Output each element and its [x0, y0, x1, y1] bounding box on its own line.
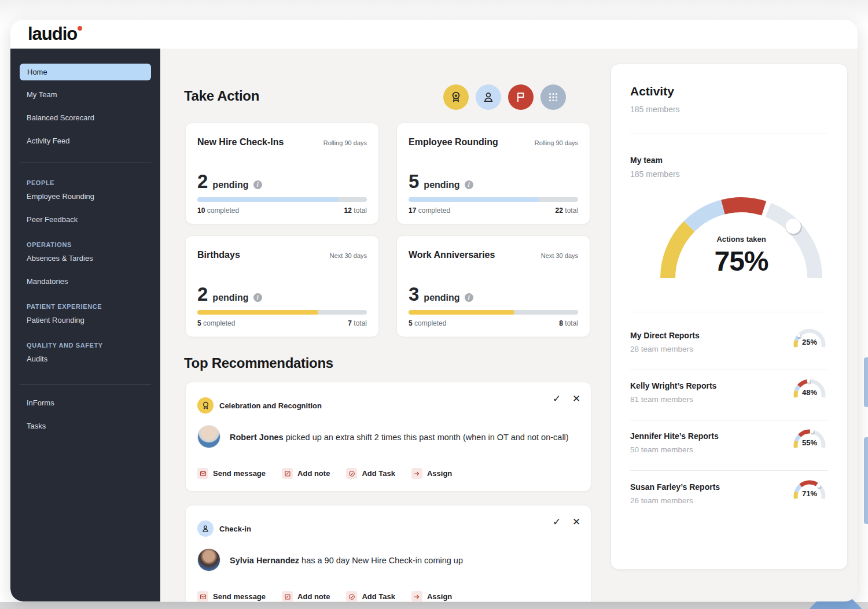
- divider: [630, 312, 828, 312]
- info-icon[interactable]: i: [465, 293, 473, 302]
- award-icon: [201, 401, 211, 411]
- card-employee-rounding[interactable]: Employee Rounding Rolling 90 days 5 pend…: [396, 123, 590, 224]
- report-name: My Direct Reports: [630, 331, 700, 340]
- card-range: Next 30 days: [330, 252, 367, 259]
- avatar[interactable]: [197, 548, 220, 571]
- page-background: laudio Home My Team Balanced Scorecard A…: [0, 0, 868, 609]
- card-birthdays[interactable]: Birthdays Next 30 days 2 pending i 5 com…: [185, 235, 379, 337]
- card-range: Next 30 days: [541, 252, 578, 259]
- progress-bar: [409, 197, 578, 202]
- logo-dot: [78, 26, 82, 31]
- recommendation-text: Sylvia Hernandez has a 90 day New Hire C…: [230, 555, 577, 567]
- sidebar-item-peer-feedback[interactable]: Peer Feedback: [10, 211, 160, 228]
- dismiss-icon[interactable]: ✕: [572, 393, 580, 405]
- grid-dots-icon: [547, 91, 560, 104]
- flag-button[interactable]: [508, 84, 534, 110]
- app-window: laudio Home My Team Balanced Scorecard A…: [10, 20, 858, 601]
- report-row-my-direct-reports[interactable]: My Direct Reports 28 team members 25%: [611, 325, 848, 376]
- recommendation-text: Robert Jones picked up an extra shift 2 …: [230, 432, 577, 444]
- card-title: Birthdays: [197, 250, 240, 260]
- recommendation-card-celebration[interactable]: Celebration and Recognition ✓ ✕ Robert J…: [185, 382, 591, 492]
- total-stat: 7 total: [348, 319, 367, 327]
- sidebar: Home My Team Balanced Scorecard Activity…: [10, 49, 160, 601]
- note-icon: [282, 591, 293, 601]
- sidebar-item-absences-tardies[interactable]: Absences & Tardies: [10, 249, 160, 267]
- envelope-icon: [197, 468, 208, 479]
- report-row-jennifer-hite[interactable]: Jennifer Hite’s Reports 50 team members …: [611, 426, 848, 477]
- sidebar-item-my-team[interactable]: My Team: [10, 86, 160, 104]
- card-title: Employee Rounding: [409, 137, 498, 147]
- sidebar-item-informs[interactable]: InForms: [10, 394, 160, 412]
- info-icon[interactable]: i: [253, 293, 262, 302]
- sidebar-item-home[interactable]: Home: [20, 64, 151, 80]
- avatar[interactable]: [197, 425, 220, 448]
- laudio-logo[interactable]: laudio: [28, 24, 77, 45]
- report-percent: 55%: [792, 438, 827, 447]
- report-row-susan-farley[interactable]: Susan Farley’s Reports 26 team members 7…: [611, 477, 848, 527]
- total-stat: 22 total: [556, 206, 578, 215]
- send-message-button[interactable]: Send message: [197, 468, 266, 479]
- person-icon: [201, 524, 210, 533]
- sidebar-divider: [20, 384, 151, 385]
- sidebar-item-employee-rounding[interactable]: Employee Rounding: [10, 187, 160, 205]
- sidebar-section-operations: OPERATIONS: [10, 228, 160, 249]
- apps-grid-button[interactable]: [540, 84, 566, 110]
- progress-bar: [197, 197, 367, 202]
- add-task-button[interactable]: Add Task: [346, 468, 395, 479]
- completed-stat: 5 completed: [197, 319, 235, 327]
- report-percent: 71%: [792, 489, 827, 498]
- background-shape: [864, 437, 868, 524]
- sidebar-item-patient-rounding[interactable]: Patient Rounding: [10, 311, 160, 329]
- top-recommendations-title: Top Recommendations: [184, 355, 333, 371]
- report-members: 50 team members: [630, 445, 693, 454]
- send-message-button[interactable]: Send message: [197, 591, 266, 601]
- pending-count: 2: [197, 283, 208, 305]
- add-note-button[interactable]: Add note: [282, 591, 330, 601]
- sidebar-item-mandatories[interactable]: Mandatories: [10, 272, 160, 290]
- report-name: Jennifer Hite’s Reports: [630, 431, 719, 441]
- my-team-label: My team: [630, 156, 663, 165]
- report-members: 28 team members: [630, 345, 693, 353]
- pending-count: 3: [409, 283, 419, 305]
- info-icon[interactable]: i: [253, 180, 262, 189]
- divider: [630, 134, 828, 134]
- assign-button[interactable]: Assign: [411, 468, 452, 479]
- info-icon[interactable]: i: [465, 180, 473, 189]
- recommendation-card-check-in[interactable]: Check-in ✓ ✕ Sylvia Hernandez has a 90 d…: [185, 505, 591, 601]
- quick-actions: [443, 84, 566, 110]
- pending-label: pending: [424, 180, 459, 190]
- background-shape: [864, 357, 868, 407]
- celebration-button[interactable]: [443, 84, 469, 110]
- card-work-anniversaries[interactable]: Work Anniversaries Next 30 days 3 pendin…: [396, 235, 590, 337]
- total-stat: 8 total: [559, 319, 578, 327]
- add-task-button[interactable]: Add Task: [346, 591, 395, 601]
- gauge-value: 75%: [672, 245, 811, 277]
- add-note-button[interactable]: Add note: [282, 468, 330, 479]
- card-range: Rolling 90 days: [535, 139, 578, 146]
- take-action-title: Take Action: [184, 88, 259, 104]
- activity-panel: Activity 185 members My team 185 members…: [610, 64, 848, 570]
- accept-icon[interactable]: ✓: [553, 516, 561, 528]
- sidebar-item-tasks[interactable]: Tasks: [10, 417, 160, 435]
- report-name: Susan Farley’s Reports: [630, 482, 720, 492]
- report-row-kelly-wright[interactable]: Kelly Wright’s Reports 81 team members 4…: [611, 375, 848, 426]
- accept-icon[interactable]: ✓: [553, 393, 561, 405]
- recommendation-type: Check-in: [219, 525, 251, 533]
- sidebar-item-audits[interactable]: Audits: [10, 350, 160, 368]
- dismiss-icon[interactable]: ✕: [572, 516, 580, 528]
- note-icon: [282, 468, 293, 479]
- sidebar-item-activity-feed[interactable]: Activity Feed: [10, 132, 160, 150]
- activity-members: 185 members: [630, 105, 680, 114]
- progress-bar: [197, 310, 367, 315]
- assign-button[interactable]: Assign: [411, 591, 452, 601]
- check-in-button[interactable]: [476, 84, 501, 110]
- person-icon: [481, 90, 495, 104]
- card-title: New Hire Check-Ins: [197, 137, 284, 147]
- completed-stat: 5 completed: [409, 319, 446, 327]
- report-percent: 48%: [792, 388, 827, 397]
- recommendation-type: Celebration and Recognition: [219, 401, 322, 410]
- check-in-badge: [197, 521, 214, 537]
- sidebar-item-balanced-scorecard[interactable]: Balanced Scorecard: [10, 109, 160, 127]
- background-strip: [0, 602, 868, 609]
- card-new-hire-check-ins[interactable]: New Hire Check-Ins Rolling 90 days 2 pen…: [185, 123, 379, 224]
